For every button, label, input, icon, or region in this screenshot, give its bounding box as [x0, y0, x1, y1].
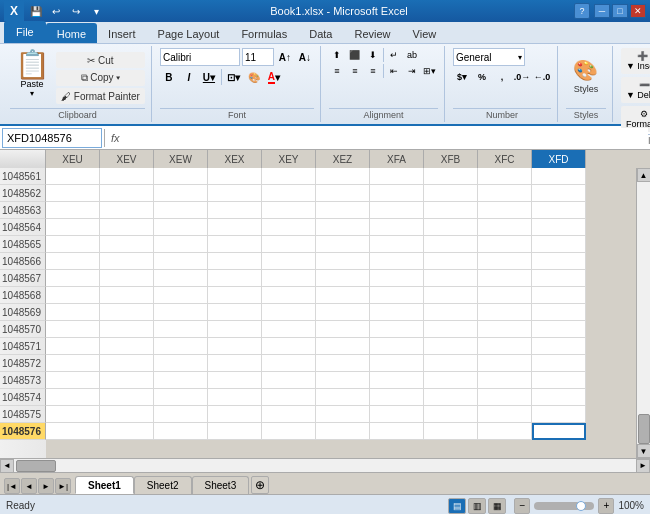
cell-XFA1048566[interactable] [370, 253, 424, 270]
cell-XFD1048571[interactable] [532, 338, 586, 355]
cell-XFC1048564[interactable] [478, 219, 532, 236]
align-left-btn[interactable]: ≡ [329, 64, 345, 78]
cell-XEU1048561[interactable] [46, 168, 100, 185]
customize-quick-btn[interactable]: ▾ [88, 3, 104, 19]
cell-XEU1048564[interactable] [46, 219, 100, 236]
cell-XEU1048568[interactable] [46, 287, 100, 304]
cell-XEW1048576[interactable] [154, 423, 208, 440]
cell-XEU1048563[interactable] [46, 202, 100, 219]
cell-XFD1048573[interactable] [532, 372, 586, 389]
fill-color-button[interactable]: 🎨 [245, 68, 263, 86]
cell-XFD1048576[interactable] [532, 423, 586, 440]
cell-XFB1048568[interactable] [424, 287, 478, 304]
cell-XEW1048575[interactable] [154, 406, 208, 423]
cell-XEY1048566[interactable] [262, 253, 316, 270]
cell-XEV1048569[interactable] [100, 304, 154, 321]
cut-button[interactable]: ✂ Cut [56, 52, 145, 68]
cell-XEX1048573[interactable] [208, 372, 262, 389]
cell-XEY1048562[interactable] [262, 185, 316, 202]
cell-XEZ1048564[interactable] [316, 219, 370, 236]
h-scroll-track[interactable] [14, 459, 636, 472]
h-scroll-left-btn[interactable]: ◄ [0, 459, 14, 473]
decrease-decimal-btn[interactable]: .0→ [513, 68, 531, 86]
cell-XFC1048574[interactable] [478, 389, 532, 406]
cell-XFA1048567[interactable] [370, 270, 424, 287]
normal-view-btn[interactable]: ▤ [448, 498, 466, 514]
tab-file[interactable]: File [4, 21, 46, 43]
cell-XEY1048569[interactable] [262, 304, 316, 321]
cell-XEV1048561[interactable] [100, 168, 154, 185]
cell-XEX1048571[interactable] [208, 338, 262, 355]
cell-XEX1048563[interactable] [208, 202, 262, 219]
tab-view[interactable]: View [402, 23, 448, 43]
col-header-XFB[interactable]: XFB [424, 150, 478, 168]
cell-XEU1048576[interactable] [46, 423, 100, 440]
cell-XEV1048576[interactable] [100, 423, 154, 440]
cell-XFA1048562[interactable] [370, 185, 424, 202]
cell-XEV1048566[interactable] [100, 253, 154, 270]
cell-XFD1048572[interactable] [532, 355, 586, 372]
cell-XFB1048576[interactable] [424, 423, 478, 440]
align-center-btn[interactable]: ≡ [347, 64, 363, 78]
cell-XFA1048571[interactable] [370, 338, 424, 355]
cell-XEW1048568[interactable] [154, 287, 208, 304]
cell-XFB1048573[interactable] [424, 372, 478, 389]
cell-XFB1048562[interactable] [424, 185, 478, 202]
sheet-tab-sheet3[interactable]: Sheet3 [192, 476, 250, 494]
styles-button[interactable]: 🎨 Styles [566, 48, 606, 104]
tab-data[interactable]: Data [298, 23, 343, 43]
tab-insert[interactable]: Insert [97, 23, 147, 43]
cell-XFD1048562[interactable] [532, 185, 586, 202]
cell-XFB1048564[interactable] [424, 219, 478, 236]
cell-XEV1048575[interactable] [100, 406, 154, 423]
row-num-1048567[interactable]: 1048567 [0, 270, 46, 287]
increase-decimal-btn[interactable]: ←.0 [533, 68, 551, 86]
cell-XFD1048566[interactable] [532, 253, 586, 270]
cell-XFC1048569[interactable] [478, 304, 532, 321]
sheet-tab-sheet2[interactable]: Sheet2 [134, 476, 192, 494]
sheet-next-btn[interactable]: ► [38, 478, 54, 494]
cell-XFB1048565[interactable] [424, 236, 478, 253]
cell-XFC1048567[interactable] [478, 270, 532, 287]
cell-XFB1048571[interactable] [424, 338, 478, 355]
orientation-btn[interactable]: ab [404, 48, 420, 62]
cell-XEY1048575[interactable] [262, 406, 316, 423]
sheet-first-btn[interactable]: |◄ [4, 478, 20, 494]
row-num-1048574[interactable]: 1048574 [0, 389, 46, 406]
cell-XEX1048569[interactable] [208, 304, 262, 321]
cell-XFC1048561[interactable] [478, 168, 532, 185]
cell-XFB1048569[interactable] [424, 304, 478, 321]
cell-XEY1048570[interactable] [262, 321, 316, 338]
cell-XEU1048562[interactable] [46, 185, 100, 202]
row-num-1048571[interactable]: 1048571 [0, 338, 46, 355]
copy-button[interactable]: ⧉ Copy ▾ [56, 70, 145, 86]
align-top-btn[interactable]: ⬆ [329, 48, 345, 62]
cell-XEX1048572[interactable] [208, 355, 262, 372]
cell-XFC1048562[interactable] [478, 185, 532, 202]
decrease-indent-btn[interactable]: ⇤ [386, 64, 402, 78]
font-size-input[interactable] [242, 48, 274, 66]
align-middle-btn[interactable]: ⬛ [347, 48, 363, 62]
sheet-last-btn[interactable]: ►| [55, 478, 71, 494]
cell-XEY1048563[interactable] [262, 202, 316, 219]
cell-XFA1048568[interactable] [370, 287, 424, 304]
tab-formulas[interactable]: Formulas [230, 23, 298, 43]
cell-XEY1048561[interactable] [262, 168, 316, 185]
cell-XFB1048570[interactable] [424, 321, 478, 338]
cell-XFC1048571[interactable] [478, 338, 532, 355]
cell-XEU1048566[interactable] [46, 253, 100, 270]
insert-cells-button[interactable]: ➕ ▼ Insert [621, 48, 650, 74]
cell-XFB1048563[interactable] [424, 202, 478, 219]
cell-XEW1048562[interactable] [154, 185, 208, 202]
cell-XEZ1048563[interactable] [316, 202, 370, 219]
cell-XEU1048571[interactable] [46, 338, 100, 355]
decrease-font-btn[interactable]: A↓ [296, 48, 314, 66]
row-num-1048568[interactable]: 1048568 [0, 287, 46, 304]
cell-XEY1048567[interactable] [262, 270, 316, 287]
save-quick-btn[interactable]: 💾 [28, 3, 44, 19]
row-num-1048572[interactable]: 1048572 [0, 355, 46, 372]
cell-XFC1048572[interactable] [478, 355, 532, 372]
cell-XEV1048563[interactable] [100, 202, 154, 219]
cell-XFD1048568[interactable] [532, 287, 586, 304]
scroll-down-btn[interactable]: ▼ [637, 444, 651, 458]
